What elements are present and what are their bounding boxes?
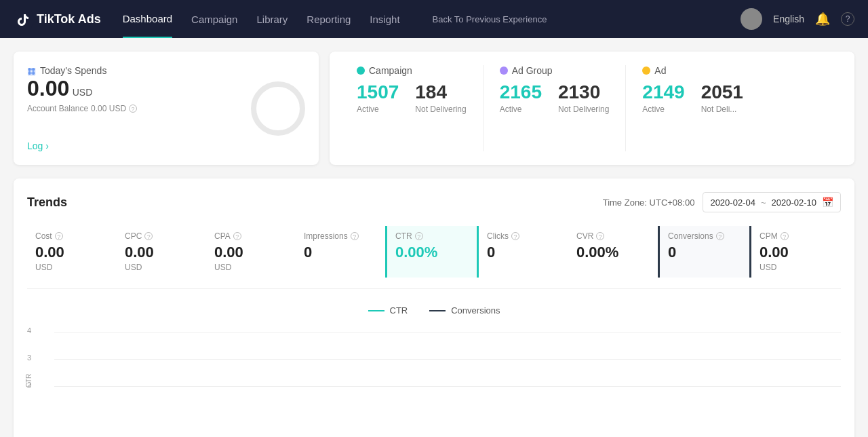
cpa-help-icon[interactable]: ?	[233, 232, 241, 240]
metric-cpc-value: 0.00	[125, 244, 198, 261]
trend-chart: 4 3 2 CTR	[27, 326, 841, 435]
metric-cost-label: Cost ?	[35, 231, 108, 241]
metric-cpc: CPC ? 0.00 USD	[117, 226, 206, 278]
clicks-help-icon[interactable]: ?	[511, 232, 519, 240]
date-separator: ~	[761, 197, 766, 208]
metric-cpm-unit: USD	[760, 263, 833, 272]
metric-cpc-label: CPC ?	[125, 231, 198, 241]
log-label: Log	[27, 140, 43, 151]
nav-insight[interactable]: Insight	[370, 1, 399, 37]
cost-help-icon[interactable]: ?	[55, 232, 63, 240]
adgroup-active: 2165 Active	[500, 81, 542, 114]
campaign-active: 1507 Active	[357, 81, 399, 114]
trends-controls: Time Zone: UTC+08:00 2020-02-04 ~ 2020-0…	[603, 192, 841, 212]
ad-active-label: Active	[642, 104, 684, 114]
ad-header: Ad 2149 Active 2051 Not Deli...	[642, 65, 743, 114]
language-selector[interactable]: English	[773, 14, 804, 24]
cpc-help-icon[interactable]: ?	[144, 232, 153, 240]
nav-back-link[interactable]: Back To Previous Experience	[433, 14, 547, 24]
metric-cpm-value: 0.00	[760, 244, 833, 261]
spends-title: ▦ Today's Spends	[27, 65, 240, 76]
balance-value: 0.00 USD	[91, 104, 126, 113]
spends-card: ▦ Today's Spends 0.00 USD Account Balanc…	[14, 52, 319, 165]
nav-dashboard[interactable]: Dashboard	[123, 1, 172, 38]
campaign-active-label: Active	[357, 104, 399, 114]
chart-grid-line-2	[54, 386, 841, 387]
adgroup-active-label: Active	[500, 104, 542, 114]
campaign-label: Campaign	[369, 65, 412, 76]
metric-cpa: CPA ? 0.00 USD	[206, 226, 296, 278]
trends-title: Trends	[27, 195, 67, 210]
ad-inactive-label: Not Deli...	[701, 104, 743, 114]
help-icon[interactable]: ?	[841, 12, 854, 26]
conversions-legend-line-icon	[429, 310, 446, 311]
metric-impressions-label: Impressions ?	[304, 231, 377, 241]
campaign-inactive-label: Not Delivering	[415, 104, 466, 114]
spends-currency: USD	[73, 87, 93, 98]
campaign-header: Campaign 1507 Active 184 Not Delivering	[357, 65, 467, 114]
svg-rect-0	[14, 10, 33, 28]
navbar: TikTok Ads Dashboard Campaign Library Re…	[0, 0, 868, 38]
metric-cvr: CVR ? 0.00%	[568, 226, 658, 278]
metric-impressions-value: 0	[304, 244, 377, 261]
metric-cvr-label: CVR ?	[576, 231, 650, 241]
logo-text: TikTok Ads	[37, 12, 101, 26]
spends-icon: ▦	[27, 65, 36, 76]
adgroup-stat-group: Ad Group 2165 Active 2130 Not Delivering	[484, 65, 627, 151]
metric-clicks-value: 0	[487, 244, 560, 261]
ad-pair: 2149 Active 2051 Not Deli...	[642, 81, 743, 114]
avatar[interactable]	[741, 8, 762, 30]
adgroup-inactive-num: 2130	[558, 81, 609, 103]
nav-campaign[interactable]: Campaign	[191, 1, 237, 37]
metric-cpa-value: 0.00	[214, 244, 288, 261]
conversions-legend-label: Conversions	[451, 305, 500, 316]
metric-cost-unit: USD	[35, 263, 108, 272]
log-link[interactable]: Log ›	[27, 140, 240, 151]
timezone-label: Time Zone: UTC+08:00	[603, 197, 695, 208]
nav-links: Dashboard Campaign Library Reporting Ins…	[123, 1, 719, 38]
conversions-help-icon[interactable]: ?	[716, 232, 724, 240]
adgroup-inactive-label: Not Delivering	[558, 104, 609, 114]
nav-reporting[interactable]: Reporting	[307, 1, 351, 37]
metric-cost: Cost ? 0.00 USD	[27, 226, 117, 278]
metric-conversions: Conversions ? 0	[658, 226, 751, 278]
top-cards-row: ▦ Today's Spends 0.00 USD Account Balanc…	[14, 52, 854, 165]
notification-bell-icon[interactable]: 🔔	[815, 12, 830, 26]
calendar-icon: 📅	[822, 197, 833, 208]
metrics-row: Cost ? 0.00 USD CPC ? 0.00 USD CPA ?	[27, 226, 841, 289]
campaign-inactive: 184 Not Delivering	[415, 81, 466, 114]
logo: TikTok Ads	[14, 10, 101, 28]
ad-active-num: 2149	[642, 81, 684, 103]
spends-donut-chart	[251, 81, 305, 136]
balance-help-icon[interactable]: ?	[129, 104, 137, 113]
ctr-help-icon[interactable]: ?	[415, 232, 423, 240]
metric-clicks: Clicks ? 0	[479, 226, 568, 278]
main-content: ▦ Today's Spends 0.00 USD Account Balanc…	[0, 38, 868, 437]
tiktok-logo-icon	[14, 10, 33, 28]
campaign-inactive-num: 184	[415, 81, 466, 103]
adgroup-pair: 2165 Active 2130 Not Delivering	[500, 81, 610, 114]
ad-label: Ad	[654, 65, 666, 76]
ad-active: 2149 Active	[642, 81, 684, 114]
date-range-picker[interactable]: 2020-02-04 ~ 2020-02-10 📅	[703, 192, 841, 212]
campaign-active-pair: 1507 Active 184 Not Delivering	[357, 81, 467, 114]
cvr-help-icon[interactable]: ?	[596, 232, 604, 240]
chart-legend: CTR Conversions	[27, 300, 841, 326]
date-from: 2020-02-04	[710, 197, 755, 208]
metric-ctr-value: 0.00%	[395, 244, 469, 261]
trends-header: Trends Time Zone: UTC+08:00 2020-02-04 ~…	[27, 192, 841, 212]
campaign-dot-icon	[357, 66, 365, 75]
date-to: 2020-02-10	[772, 197, 817, 208]
campaign-stats-card: Campaign 1507 Active 184 Not Delivering	[330, 52, 854, 165]
cpm-help-icon[interactable]: ?	[781, 232, 789, 240]
chart-y-axis-label: CTR	[25, 374, 33, 388]
spends-amount: 0.00 USD	[27, 76, 240, 101]
adgroup-dot-icon	[500, 66, 508, 75]
metric-cpa-unit: USD	[214, 263, 288, 272]
campaign-stat-group: Campaign 1507 Active 184 Not Delivering	[343, 65, 484, 151]
nav-library[interactable]: Library	[256, 1, 288, 37]
impressions-help-icon[interactable]: ?	[351, 232, 359, 240]
balance-label: Account Balance	[27, 104, 88, 113]
ad-inactive: 2051 Not Deli...	[701, 81, 743, 114]
spends-content: ▦ Today's Spends 0.00 USD Account Balanc…	[27, 65, 240, 151]
